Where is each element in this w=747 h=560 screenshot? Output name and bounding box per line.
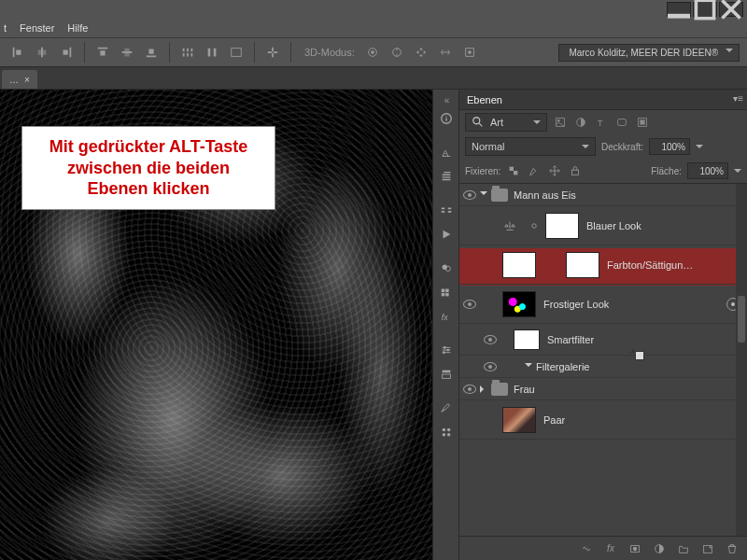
layer-filter-type[interactable] bbox=[465, 113, 547, 132]
expand-dock-icon[interactable] bbox=[433, 95, 458, 105]
maximize-button[interactable] bbox=[693, 2, 717, 17]
visibility-toggle[interactable] bbox=[459, 221, 480, 231]
new-layer-icon[interactable] bbox=[700, 541, 715, 556]
disclosure-icon[interactable] bbox=[525, 363, 532, 371]
layer-name[interactable]: Frau bbox=[514, 384, 535, 395]
orbit-icon[interactable] bbox=[362, 42, 383, 63]
link-icon[interactable] bbox=[549, 259, 560, 271]
zoom-icon[interactable] bbox=[459, 42, 480, 63]
svg-rect-2 bbox=[232, 49, 242, 57]
layer-blauer-look[interactable]: Blauer Look bbox=[459, 206, 747, 245]
properties-panel-icon[interactable] bbox=[436, 364, 457, 385]
distribute-vcenter-icon[interactable] bbox=[117, 42, 137, 63]
fill-chevron-icon[interactable] bbox=[734, 169, 741, 176]
lock-position-icon[interactable] bbox=[547, 163, 562, 178]
trash-icon[interactable] bbox=[725, 541, 740, 556]
layer-name[interactable]: Smartfilter bbox=[547, 334, 594, 345]
brush-presets-panel-icon[interactable] bbox=[436, 422, 457, 442]
distribute-hcenter-icon[interactable] bbox=[202, 42, 222, 63]
close-tab-icon[interactable]: × bbox=[24, 75, 30, 85]
roll-icon[interactable] bbox=[387, 42, 407, 63]
new-group-icon[interactable] bbox=[676, 541, 691, 556]
layer-scrollbar[interactable] bbox=[736, 184, 747, 536]
lock-all-icon[interactable] bbox=[568, 163, 583, 178]
layer-farbton[interactable]: Farbton/Sättigun… bbox=[459, 245, 747, 285]
character-panel-icon[interactable]: A bbox=[436, 142, 457, 162]
filter-shape-icon[interactable] bbox=[614, 115, 629, 130]
document-tab[interactable]: … × bbox=[2, 70, 37, 89]
menu-item[interactable]: t bbox=[4, 22, 7, 34]
layer-thumb[interactable] bbox=[502, 407, 536, 433]
layer-mask-thumb[interactable] bbox=[566, 252, 599, 278]
layer-name[interactable]: Frostiger Look bbox=[543, 299, 609, 310]
panel-menu-icon[interactable]: ▾≡ bbox=[733, 93, 743, 104]
layer-group-mann-aus-eis[interactable]: Mann aus Eis bbox=[459, 184, 747, 206]
workspace-selector[interactable]: Marco Kolditz, MEER DER IDEEN® bbox=[558, 44, 740, 62]
fx-icon[interactable]: fx bbox=[603, 541, 618, 556]
blend-mode-select[interactable]: Normal bbox=[465, 137, 596, 156]
filter-smart-icon[interactable] bbox=[635, 115, 650, 130]
align-center-h-icon[interactable] bbox=[32, 42, 52, 63]
layer-name[interactable]: Blauer Look bbox=[586, 220, 641, 231]
filter-mask-thumb[interactable] bbox=[514, 329, 540, 350]
layer-filtergalerie[interactable]: Filtergalerie bbox=[459, 356, 747, 378]
visibility-toggle[interactable] bbox=[459, 260, 480, 270]
adjustment-thumb[interactable] bbox=[502, 252, 536, 278]
filter-adjustment-icon[interactable] bbox=[573, 115, 588, 130]
lock-transparency-icon[interactable] bbox=[506, 163, 521, 178]
menu-item-hilfe[interactable]: Hilfe bbox=[67, 22, 88, 34]
adjustments-panel-icon[interactable] bbox=[436, 340, 457, 360]
paragraph-panel-icon[interactable] bbox=[436, 166, 457, 187]
align-left-icon[interactable] bbox=[7, 42, 28, 63]
layer-smartfilter[interactable]: Smartfilter bbox=[459, 324, 747, 356]
auto-align-icon[interactable] bbox=[262, 42, 283, 63]
visibility-toggle[interactable] bbox=[480, 335, 500, 344]
play-panel-icon[interactable] bbox=[436, 224, 457, 245]
close-button[interactable] bbox=[719, 2, 743, 17]
link-layers-icon[interactable] bbox=[579, 541, 594, 556]
search-icon bbox=[472, 116, 485, 129]
distribute-top-icon[interactable] bbox=[92, 42, 113, 63]
mask-icon[interactable] bbox=[627, 541, 642, 556]
distribute-right-icon[interactable] bbox=[226, 42, 247, 63]
distribute-left-icon[interactable] bbox=[177, 42, 198, 63]
layer-group-frau[interactable]: Frau bbox=[459, 378, 747, 400]
slide-icon[interactable] bbox=[435, 42, 456, 63]
disclosure-icon[interactable] bbox=[480, 191, 487, 199]
minimize-button[interactable] bbox=[667, 2, 691, 17]
menu-item-fenster[interactable]: Fenster bbox=[20, 22, 54, 34]
filter-pixel-icon[interactable] bbox=[553, 115, 568, 130]
disclosure-icon[interactable] bbox=[480, 385, 487, 393]
filter-type-value[interactable] bbox=[490, 117, 528, 128]
distribute-bottom-icon[interactable] bbox=[141, 42, 162, 63]
visibility-toggle[interactable] bbox=[480, 362, 500, 371]
layer-name[interactable]: Paar bbox=[543, 414, 565, 426]
lock-pixels-icon[interactable] bbox=[527, 163, 542, 178]
panel-tab-ebenen[interactable]: Ebenen ▾≡ bbox=[459, 90, 747, 110]
pan-icon[interactable] bbox=[411, 42, 431, 63]
opacity-chevron-icon[interactable] bbox=[696, 145, 703, 152]
fill-value[interactable]: 100% bbox=[687, 162, 728, 179]
align-right-icon[interactable] bbox=[56, 42, 77, 63]
opacity-value[interactable]: 100% bbox=[649, 138, 690, 155]
layer-name[interactable]: Filtergalerie bbox=[536, 361, 589, 372]
swatches-panel-icon[interactable] bbox=[436, 282, 457, 302]
styles-panel-icon[interactable]: fx bbox=[436, 306, 457, 327]
menu-bar: t Fenster Hilfe bbox=[0, 19, 747, 37]
visibility-toggle[interactable] bbox=[459, 190, 480, 200]
visibility-toggle[interactable] bbox=[459, 300, 480, 309]
layer-thumb[interactable] bbox=[502, 291, 536, 317]
layer-name[interactable]: Farbton/Sättigun… bbox=[607, 259, 693, 271]
link-icon[interactable] bbox=[529, 220, 540, 231]
layer-paar[interactable]: Paar bbox=[459, 400, 747, 440]
visibility-toggle[interactable] bbox=[459, 385, 480, 394]
filter-type-icon[interactable]: T bbox=[594, 115, 609, 130]
layer-frostiger-look[interactable]: Frostiger Look bbox=[459, 285, 747, 324]
layer-name[interactable]: Mann aus Eis bbox=[514, 189, 576, 201]
info-panel-icon[interactable] bbox=[436, 108, 457, 129]
layer-mask-thumb[interactable] bbox=[545, 213, 579, 239]
adjustment-layer-icon[interactable] bbox=[652, 541, 667, 556]
color-panel-icon[interactable] bbox=[436, 258, 457, 278]
brush-panel-icon[interactable] bbox=[436, 398, 457, 418]
navigator-panel-icon[interactable] bbox=[436, 200, 457, 220]
